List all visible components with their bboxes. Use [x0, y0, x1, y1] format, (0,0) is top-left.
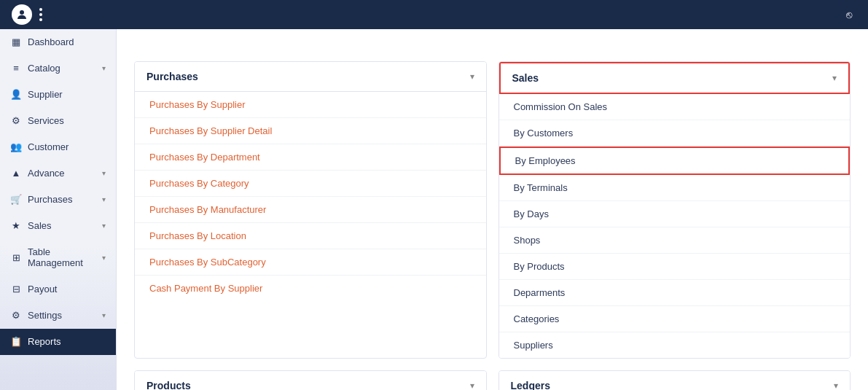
sidebar-item-customer[interactable]: 👥Customer	[0, 134, 116, 160]
section-header-ledgers[interactable]: Ledgers▾	[499, 371, 851, 390]
app-logo	[12, 4, 32, 25]
customer-icon: 👥	[10, 141, 22, 152]
svg-point-0	[20, 10, 24, 15]
sidebar-item-label-supplier: Supplier	[28, 89, 106, 100]
report-item-purchases-6[interactable]: Purchases By SubCategory	[135, 249, 486, 276]
section-items-sales: Commission On SalesBy CustomersBy Employ…	[499, 94, 851, 358]
sidebar-item-label-settings: Settings	[28, 310, 96, 321]
sidebar-item-settings[interactable]: ⚙Settings▾	[0, 303, 116, 329]
chevron-down-icon: ▾	[102, 254, 106, 262]
report-item-sales-3[interactable]: By Terminals	[499, 175, 851, 201]
report-item-sales-6[interactable]: By Products	[499, 254, 851, 280]
report-item-purchases-4[interactable]: Purchases By Manufacturer	[135, 197, 486, 223]
sidebar-item-label-dashboard: Dashboard	[28, 36, 106, 47]
section-header-purchases[interactable]: Purchases▾	[135, 62, 486, 92]
supplier-icon: 👤	[10, 89, 22, 100]
sales-icon: ★	[10, 220, 22, 231]
sidebar-item-label-payout: Payout	[28, 284, 106, 295]
dashboard-icon: ▦	[10, 36, 22, 47]
payout-icon: ⊟	[10, 284, 22, 295]
settings-icon: ⚙	[10, 310, 22, 321]
report-item-purchases-5[interactable]: Purchases By Location	[135, 223, 486, 249]
sidebar-item-label-table-management: Table Management	[28, 246, 96, 268]
chevron-down-icon: ▾	[102, 222, 106, 230]
sidebar-item-label-customer: Customer	[28, 141, 106, 152]
section-header-products[interactable]: Products▾	[135, 371, 486, 390]
chevron-down-icon: ▾	[102, 64, 106, 72]
sidebar-item-sales[interactable]: ★Sales▾	[0, 213, 116, 239]
table-management-icon: ⊞	[10, 252, 22, 263]
menu-dots-icon[interactable]	[39, 8, 42, 21]
topbar-left	[12, 4, 52, 25]
layout: ▦Dashboard≡Catalog▾👤Supplier⚙Services👥Cu…	[0, 29, 868, 390]
report-item-sales-8[interactable]: Categories	[499, 306, 851, 332]
report-item-sales-2[interactable]: By Employees	[499, 147, 851, 175]
logout-icon: ⎋	[846, 9, 852, 20]
chevron-down-icon: ▾	[102, 311, 106, 319]
section-ledgers: Ledgers▾	[498, 370, 851, 390]
report-item-purchases-1[interactable]: Purchases By Supplier Detail	[135, 118, 486, 144]
report-item-purchases-0[interactable]: Purchases By Supplier	[135, 92, 486, 118]
section-chevron-purchases: ▾	[470, 71, 474, 82]
report-item-sales-7[interactable]: Deparments	[499, 280, 851, 306]
sidebar-item-reports[interactable]: 📋Reports	[0, 329, 116, 355]
sidebar-item-purchases[interactable]: 🛒Purchases▾	[0, 187, 116, 213]
sidebar-item-table-management[interactable]: ⊞Table Management▾	[0, 239, 116, 276]
section-title-sales: Sales	[512, 72, 539, 84]
advance-icon: ▲	[10, 168, 22, 179]
sidebar-item-dashboard[interactable]: ▦Dashboard	[0, 29, 116, 55]
sidebar-item-payout[interactable]: ⊟Payout	[0, 276, 116, 303]
sidebar-item-label-services: Services	[28, 115, 106, 126]
report-item-sales-4[interactable]: By Days	[499, 201, 851, 227]
section-sales: Sales▾Commission On SalesBy CustomersBy …	[498, 61, 851, 359]
report-item-purchases-7[interactable]: Cash Payment By Supplier	[135, 276, 486, 301]
chevron-down-icon: ▾	[102, 195, 106, 203]
reports-icon: 📋	[10, 336, 22, 347]
section-purchases: Purchases▾Purchases By SupplierPurchases…	[134, 61, 487, 359]
report-item-sales-1[interactable]: By Customers	[499, 120, 851, 147]
sidebar-item-services[interactable]: ⚙Services	[0, 108, 116, 134]
sidebar-item-supplier[interactable]: 👤Supplier	[0, 82, 116, 108]
purchases-icon: 🛒	[10, 194, 22, 205]
topbar: ⎋	[0, 0, 868, 29]
logout-button[interactable]: ⎋	[846, 9, 856, 20]
sidebar-content: ▦Dashboard≡Catalog▾👤Supplier⚙Services👥Cu…	[0, 29, 116, 355]
report-item-sales-9[interactable]: Suppliers	[499, 332, 851, 358]
section-chevron-products: ▾	[470, 381, 474, 390]
report-item-sales-0[interactable]: Commission On Sales	[499, 94, 851, 120]
sidebar-item-label-reports: Reports	[28, 336, 106, 347]
reports-grid: Purchases▾Purchases By SupplierPurchases…	[134, 61, 851, 390]
chevron-down-icon: ▾	[102, 169, 106, 177]
section-chevron-sales: ▾	[832, 73, 837, 83]
services-icon: ⚙	[10, 115, 22, 126]
report-item-purchases-3[interactable]: Purchases By Category	[135, 171, 486, 197]
sidebar: ▦Dashboard≡Catalog▾👤Supplier⚙Services👥Cu…	[0, 29, 117, 390]
sidebar-item-label-sales: Sales	[28, 220, 96, 231]
section-header-sales[interactable]: Sales▾	[499, 62, 851, 94]
sidebar-item-catalog[interactable]: ≡Catalog▾	[0, 55, 116, 82]
catalog-icon: ≡	[10, 63, 22, 74]
sidebar-item-label-advance: Advance	[28, 168, 96, 179]
section-title-ledgers: Ledgers	[511, 380, 550, 390]
report-item-purchases-2[interactable]: Purchases By Department	[135, 144, 486, 171]
section-items-purchases: Purchases By SupplierPurchases By Suppli…	[135, 92, 486, 301]
main-content: Purchases▾Purchases By SupplierPurchases…	[117, 29, 868, 390]
section-title-purchases: Purchases	[146, 71, 198, 82]
section-products: Products▾	[134, 370, 487, 390]
sidebar-item-label-catalog: Catalog	[28, 63, 96, 74]
section-title-products: Products	[146, 380, 191, 390]
section-chevron-ledgers: ▾	[834, 381, 838, 390]
sidebar-item-label-purchases: Purchases	[28, 194, 96, 205]
report-item-sales-5[interactable]: Shops	[499, 227, 851, 254]
sidebar-item-advance[interactable]: ▲Advance▾	[0, 160, 116, 187]
